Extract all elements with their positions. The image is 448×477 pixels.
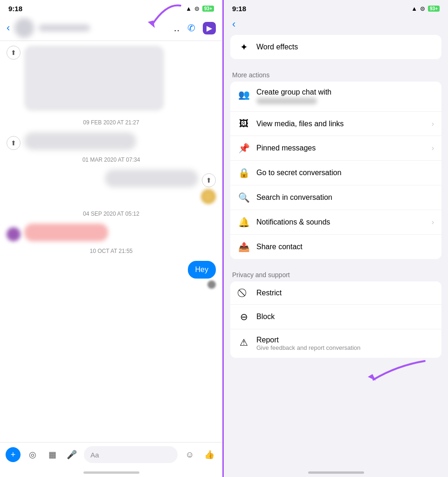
right-battery-badge: 93+ [428, 6, 440, 12]
video-button[interactable]: ▶ [203, 22, 216, 34]
word-effects-label: Word effects [256, 43, 434, 51]
msg-row-4 [7, 224, 108, 241]
privacy-card: ⃠ Restrict ⊖ Block ⚠ Report Give feedbac… [230, 281, 441, 358]
chat-area: ⬆ 09 FEB 2020 AT 21:27 ⬆ 01 MAR 2020 AT … [0, 41, 222, 442]
left-time: 9:18 [8, 5, 22, 13]
date-label-4: 10 OCT AT 21:55 [7, 248, 216, 254]
mic-icon: 🎤 [67, 450, 77, 460]
share-icon-2[interactable]: ⬆ [7, 136, 21, 150]
create-group-label: Create group chat with [256, 88, 331, 96]
contact-name [39, 25, 90, 31]
hey-bubble: Hey [188, 261, 216, 279]
like-icon: 👍 [204, 450, 214, 460]
restrict-icon: ⃠ [238, 288, 250, 298]
report-sublabel: Give feedback and report conversation [256, 344, 360, 351]
more-options-button[interactable]: .. [174, 23, 180, 34]
right-home-bar [308, 471, 364, 474]
header-actions: .. ✆ ▶ [174, 22, 216, 34]
signal-icon: ▲ [186, 5, 192, 12]
share-icon-3[interactable]: ⬆ [202, 173, 216, 187]
msg-row-3: ⬆ [105, 170, 216, 187]
report-icon: ⚠ [238, 337, 250, 348]
right-home-indicator [224, 468, 448, 477]
pinned-messages-item[interactable]: 📌 Pinned messages › [230, 136, 441, 161]
battery-badge: 93+ [202, 6, 214, 12]
gallery-button[interactable]: ▦ [45, 447, 60, 462]
video-icon: ▶ [207, 24, 212, 33]
date-label-3: 04 SEP 2020 AT 05:12 [7, 211, 216, 217]
restrict-item[interactable]: ⃠ Restrict [230, 281, 441, 305]
block-item[interactable]: ⊖ Block [230, 305, 441, 329]
left-status-bar: 9:18 ▲ ⊜ 93+ [0, 0, 222, 15]
view-media-chevron: › [432, 120, 434, 128]
restrict-label: Restrict [256, 289, 434, 297]
message-block-4 [7, 224, 216, 241]
msg-row-5: Hey [188, 261, 216, 279]
pinned-icon: 📌 [238, 143, 250, 154]
share-contact-item[interactable]: 📤 Share contact [230, 235, 441, 259]
message-block-3: ⬆ [7, 170, 216, 204]
create-group-text: Create group chat with [256, 88, 331, 105]
secret-icon: 🔒 [238, 167, 250, 178]
pinned-label: Pinned messages [256, 144, 425, 152]
contact-avatar[interactable] [14, 18, 34, 38]
emoji-reaction [201, 189, 216, 204]
add-button[interactable]: + [6, 447, 21, 462]
mic-button[interactable]: 🎤 [64, 447, 79, 462]
secret-conversation-item[interactable]: 🔒 Go to secret conversation [230, 161, 441, 185]
right-signal-icon: ▲ [411, 5, 417, 12]
block-label: Block [256, 313, 434, 321]
emoji-icon: ☺ [186, 450, 194, 460]
camera-icon: ◎ [29, 450, 36, 460]
left-panel: 9:18 ▲ ⊜ 93+ ‹ .. ✆ ▶ ⬆ 09 F [0, 0, 224, 477]
share-contact-icon: 📤 [238, 241, 250, 252]
left-home-indicator [0, 468, 222, 477]
message-block-2: ⬆ [7, 132, 216, 150]
wifi-icon: ⊜ [194, 5, 200, 12]
notifications-chevron: › [432, 218, 434, 226]
camera-button[interactable]: ◎ [25, 447, 40, 462]
share-contact-label: Share contact [256, 243, 434, 251]
word-effects-card: ✦ Word effects [230, 35, 441, 59]
message-block-1: ⬆ [7, 46, 216, 113]
view-media-icon: 🖼 [238, 118, 250, 129]
message-input[interactable]: Aa [84, 446, 178, 463]
right-back-button[interactable]: ‹ [232, 18, 235, 30]
report-label: Report [256, 336, 360, 344]
share-icon-1[interactable]: ⬆ [7, 46, 21, 60]
privacy-support-title: Privacy and support [224, 265, 448, 281]
right-status-bar: 9:18 ▲ ⊜ 93+ [224, 0, 448, 15]
date-label-1: 09 FEB 2020 AT 21:27 [7, 119, 216, 126]
add-icon: + [11, 450, 16, 460]
word-effects-item[interactable]: ✦ Word effects [230, 35, 441, 59]
contact-info [14, 18, 174, 38]
create-group-icon: 👥 [238, 89, 250, 100]
phone-button[interactable]: ✆ [187, 22, 195, 34]
create-group-item[interactable]: 👥 Create group chat with [230, 82, 441, 112]
purple-arrow-right [359, 356, 434, 386]
sender-avatar-4 [7, 227, 21, 241]
more-actions-card: 👥 Create group chat with 🖼 View media, f… [230, 82, 441, 259]
report-item[interactable]: ⚠ Report Give feedback and report conver… [230, 329, 441, 358]
back-button[interactable]: ‹ [7, 22, 10, 34]
view-media-item[interactable]: 🖼 View media, files and links › [230, 112, 441, 136]
search-conversation-item[interactable]: 🔍 Search in conversation [230, 185, 441, 210]
secret-label: Go to secret conversation [256, 169, 434, 177]
bubble-pink [24, 224, 108, 241]
input-placeholder: Aa [90, 451, 99, 459]
contact-name-blurred [256, 98, 317, 104]
pinned-chevron: › [432, 144, 434, 152]
report-text: Report Give feedback and report conversa… [256, 336, 360, 351]
like-button[interactable]: 👍 [202, 447, 217, 462]
more-actions-title: More actions [224, 65, 448, 82]
message-block-5: Hey [7, 261, 216, 289]
date-label-2: 01 MAR 2020 AT 07:34 [7, 157, 216, 163]
emoji-button[interactable]: ☺ [182, 447, 197, 462]
left-header: ‹ .. ✆ ▶ [0, 15, 222, 41]
right-panel: 9:18 ▲ ⊜ 93+ ‹ ✦ Word effects More actio… [224, 0, 448, 477]
left-status-icons: ▲ ⊜ 93+ [186, 5, 214, 12]
notifications-item[interactable]: 🔔 Notifications & sounds › [230, 210, 441, 235]
home-bar [83, 471, 139, 474]
bubble-2 [24, 132, 136, 150]
svg-marker-1 [368, 374, 376, 381]
